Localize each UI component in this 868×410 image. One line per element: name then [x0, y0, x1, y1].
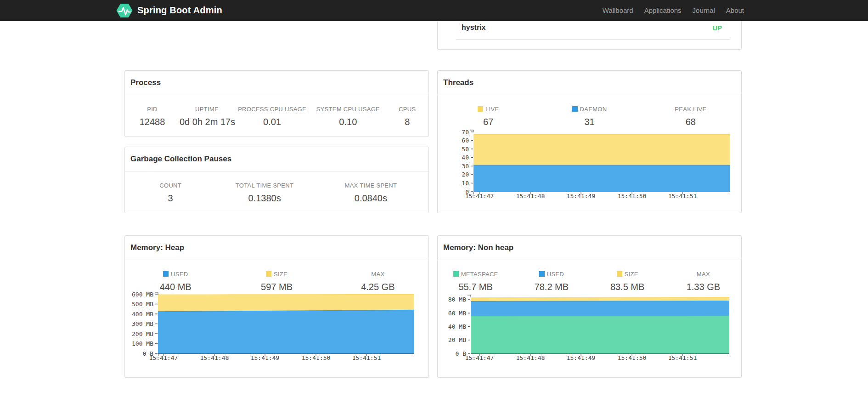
metric-value: 0.1380s [216, 192, 313, 205]
metric-value: 8 [386, 116, 428, 128]
metric-label: SYSTEM CPU USAGE [310, 103, 386, 116]
metric-label: METASPACE [438, 268, 513, 281]
metric-total-time-spent: TOTAL TIME SPENT0.1380s [216, 179, 313, 205]
nav-item-wallboard[interactable]: Wallboard [597, 6, 639, 14]
svg-text:15:41:50: 15:41:50 [302, 354, 331, 361]
svg-text:10: 10 [462, 180, 469, 187]
svg-text:40: 40 [462, 154, 469, 161]
svg-text:500 MB: 500 MB [132, 301, 153, 308]
metric-label: USED [125, 268, 226, 281]
metric-value: 3 [125, 192, 216, 205]
svg-text:0 B: 0 B [456, 350, 467, 357]
metric-value: 0.0840s [313, 192, 428, 205]
metric-max-time-spent: MAX TIME SPENT0.0840s [313, 179, 428, 205]
metric-process-cpu-usage: PROCESS CPU USAGE0.01 [234, 103, 310, 128]
legend-swatch-icon [453, 271, 459, 277]
svg-text:15:41:47: 15:41:47 [149, 354, 178, 361]
metric-value: 12488 [125, 116, 180, 128]
metric-label: LIVE [438, 103, 539, 116]
metric-max: MAX1.33 GB [665, 268, 741, 293]
svg-text:15:41:47: 15:41:47 [465, 193, 494, 199]
metric-system-cpu-usage: SYSTEM CPU USAGE0.10 [310, 103, 386, 128]
metric-value: 0.10 [310, 116, 386, 128]
metric-metaspace: METASPACE55.7 MB [438, 268, 513, 293]
svg-text:200 MB: 200 MB [132, 330, 153, 337]
application-name: hystrix [462, 23, 485, 32]
heap-card-title: Memory: Heap [125, 236, 428, 260]
metric-label: PEAK LIVE [640, 103, 741, 116]
svg-text:15:41:50: 15:41:50 [618, 193, 647, 199]
legend-swatch-icon [266, 271, 271, 277]
metric-label: USED [513, 268, 589, 281]
svg-text:15:41:49: 15:41:49 [567, 354, 596, 361]
legend-swatch-icon [163, 271, 169, 277]
metric-label: CPUS [386, 103, 428, 116]
nav-item-about[interactable]: About [721, 6, 750, 14]
nav-item-applications[interactable]: Applications [639, 6, 687, 14]
metric-uptime: UPTIME0d 0h 2m 17s [180, 103, 234, 128]
metric-used: USED440 MB [125, 268, 226, 293]
app-title: Spring Boot Admin [137, 5, 222, 16]
legend-swatch-icon [478, 106, 483, 112]
legend-swatch-icon [539, 271, 545, 277]
svg-text:300 MB: 300 MB [132, 320, 153, 327]
gc-pauses-card: Garbage Collection Pauses COUNT3TOTAL TI… [124, 147, 429, 213]
metric-label: MAX [327, 268, 428, 281]
metric-label: TOTAL TIME SPENT [216, 179, 313, 192]
svg-text:50: 50 [462, 146, 469, 153]
metric-peak-live: PEAK LIVE68 [640, 103, 741, 128]
gc-metrics: COUNT3TOTAL TIME SPENT0.1380sMAX TIME SP… [125, 179, 428, 205]
legend-swatch-icon [617, 271, 622, 277]
metric-size: SIZE83.5 MB [590, 268, 665, 293]
svg-text:15:41:49: 15:41:49 [251, 354, 280, 361]
svg-text:40 MB: 40 MB [448, 323, 466, 330]
app-brand[interactable]: Spring Boot Admin [116, 0, 222, 21]
metric-label: MAX TIME SPENT [313, 179, 428, 192]
threads-card: Threads LIVE67DAEMON31PEAK LIVE68 706050… [437, 70, 742, 213]
metric-used: USED78.2 MB [513, 268, 589, 293]
svg-text:100 MB: 100 MB [132, 340, 153, 347]
svg-text:400 MB: 400 MB [132, 311, 153, 318]
metric-label: UPTIME [180, 103, 234, 116]
svg-text:15:41:48: 15:41:48 [516, 193, 545, 199]
metric-size: SIZE597 MB [226, 268, 327, 293]
svg-text:15:41:47: 15:41:47 [465, 354, 494, 361]
svg-text:15:41:50: 15:41:50 [618, 354, 647, 361]
threads-metrics: LIVE67DAEMON31PEAK LIVE68 [438, 103, 741, 128]
memory-nonheap-card: Memory: Non heap METASPACE55.7 MBUSED78.… [437, 235, 742, 378]
metric-label: PROCESS CPU USAGE [234, 103, 310, 116]
threads-card-title: Threads [438, 71, 741, 95]
heap-metrics: USED440 MBSIZE597 MBMAX4.25 GB [125, 268, 428, 293]
metric-label: DAEMON [539, 103, 640, 116]
gc-card-title: Garbage Collection Pauses [125, 147, 428, 171]
svg-text:15:41:51: 15:41:51 [668, 354, 697, 361]
metric-max: MAX4.25 GB [327, 268, 428, 293]
svg-text:30: 30 [462, 163, 469, 170]
svg-text:600 MB: 600 MB [132, 291, 153, 298]
metric-value: 0d 0h 2m 17s [180, 116, 234, 128]
spring-boot-admin-logo-icon [116, 3, 133, 18]
process-card-title: Process [125, 71, 428, 95]
process-card: Process PID12488UPTIME0d 0h 2m 17sPROCES… [124, 70, 429, 137]
metric-cpus: CPUS8 [386, 103, 428, 128]
svg-text:15:41:51: 15:41:51 [352, 354, 381, 361]
nav-item-journal[interactable]: Journal [687, 6, 721, 14]
memory-heap-card: Memory: Heap USED440 MBSIZE597 MBMAX4.25… [124, 235, 429, 378]
metric-label: PID [125, 103, 180, 116]
svg-text:60 MB: 60 MB [448, 310, 466, 317]
memory-heap-chart: 600 MB500 MB400 MB300 MB200 MB100 MB0 B1… [125, 291, 428, 373]
svg-text:15:41:48: 15:41:48 [200, 354, 229, 361]
status-badge: UP [712, 24, 722, 32]
svg-text:15:41:51: 15:41:51 [668, 193, 697, 199]
metric-value: 0.01 [234, 116, 310, 128]
metric-label: SIZE [590, 268, 665, 281]
svg-text:70: 70 [462, 129, 469, 136]
metric-live: LIVE67 [438, 103, 539, 128]
metric-label: MAX [665, 268, 741, 281]
process-metrics: PID12488UPTIME0d 0h 2m 17sPROCESS CPU US… [125, 103, 428, 128]
legend-swatch-icon [572, 106, 578, 112]
nonheap-card-title: Memory: Non heap [438, 236, 741, 260]
metric-label: COUNT [125, 179, 216, 192]
metric-count: COUNT3 [125, 179, 216, 205]
svg-text:20 MB: 20 MB [448, 336, 466, 343]
